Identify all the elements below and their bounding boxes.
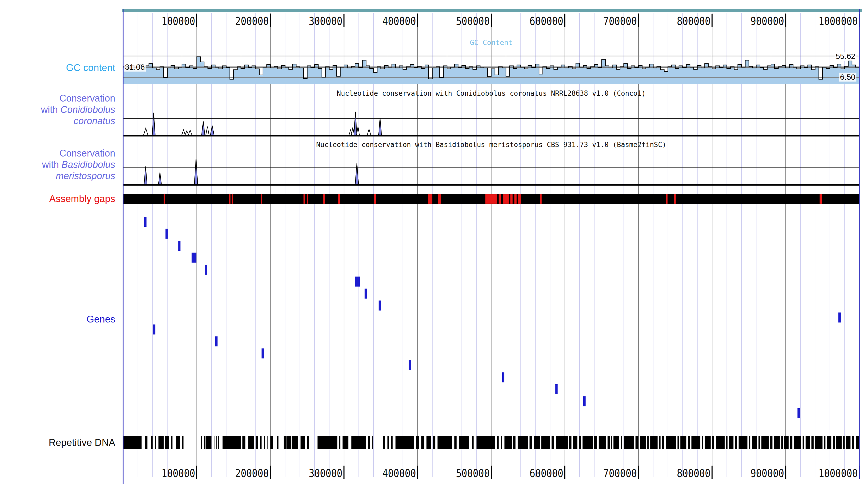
repeat-segment xyxy=(260,436,261,449)
repeat-segment xyxy=(171,436,173,449)
repeat-segment xyxy=(216,436,217,449)
ruler-tick-label: 900000 xyxy=(750,467,784,480)
label-gc-content: GC content xyxy=(0,62,119,73)
gene-box[interactable] xyxy=(144,217,147,227)
ruler-tick xyxy=(638,14,639,27)
repeat-segment xyxy=(383,436,385,449)
ruler-tick xyxy=(785,465,786,479)
repeat-segment xyxy=(158,436,164,449)
assembly-gap xyxy=(515,194,517,204)
gene-box[interactable] xyxy=(178,241,181,251)
label-line: with Conidiobolus xyxy=(0,104,115,115)
repeat-segment xyxy=(611,436,612,449)
repeat-segment xyxy=(836,436,841,449)
repeat-segment xyxy=(123,436,142,449)
repeat-segment xyxy=(518,436,528,449)
repeat-segment xyxy=(573,436,578,449)
repeat-segment xyxy=(691,436,701,449)
ruler-tick xyxy=(417,465,418,479)
gene-box[interactable] xyxy=(798,408,800,418)
repeat-segment xyxy=(843,436,845,449)
repeat-segment xyxy=(856,436,859,449)
assembly-gap xyxy=(540,194,542,204)
ruler-tick-label: 200000 xyxy=(235,15,269,28)
conservation_conco1-peak xyxy=(354,112,357,135)
repeat-segment xyxy=(624,436,634,449)
repeat-segment xyxy=(739,436,747,449)
label-line: with Basidiobolus xyxy=(0,159,115,170)
gene-box[interactable] xyxy=(555,384,558,394)
conservation2-track-title: Nucleotide conservation with Basidiobolu… xyxy=(123,141,859,149)
assembly-gap xyxy=(518,194,521,204)
ruler-tick-label: 700000 xyxy=(603,467,637,480)
ruler-tick xyxy=(491,14,492,27)
repeat-segment xyxy=(529,436,531,449)
label-line: Conservation xyxy=(0,93,115,104)
repeat-segment xyxy=(811,436,813,449)
repeat-segment xyxy=(223,436,241,449)
gc-max-value: 55.62 xyxy=(835,52,857,61)
repeat-segment xyxy=(666,436,676,449)
repeat-segment xyxy=(284,436,286,449)
assembly-gap xyxy=(164,194,165,204)
conservation_conco1-peak xyxy=(202,121,205,135)
repeat-segment xyxy=(594,436,597,449)
repeat-segment xyxy=(182,436,184,449)
repeat-segment xyxy=(504,436,512,449)
repeat-segment xyxy=(416,436,419,449)
assembly-gap xyxy=(674,194,676,204)
ruler-tick xyxy=(417,14,418,27)
repeat-segment xyxy=(267,436,268,449)
gc-track-title: GC Content xyxy=(123,38,859,46)
repeat-segment xyxy=(735,436,737,449)
gene-box[interactable] xyxy=(502,372,504,383)
gene-box[interactable] xyxy=(583,396,586,406)
ruler-tick xyxy=(711,465,713,479)
gene-box[interactable] xyxy=(365,289,367,299)
genome-browser-figure: 1000002000003000004000005000006000007000… xyxy=(0,0,868,489)
conservation_basme2-peak xyxy=(194,159,198,185)
gc-min-value: 6.50 xyxy=(839,73,857,82)
repeat-segment xyxy=(292,436,298,449)
label-genes: Genes xyxy=(0,314,119,325)
gene-box[interactable] xyxy=(191,253,196,263)
gene-box[interactable] xyxy=(838,313,841,323)
repeat-segment xyxy=(427,436,431,449)
repeat-segment xyxy=(242,436,245,449)
repeat-segment xyxy=(387,436,389,449)
gene-box[interactable] xyxy=(379,301,381,311)
repeat-segment xyxy=(827,436,831,449)
gene-box[interactable] xyxy=(215,336,218,347)
gene-box[interactable] xyxy=(165,229,168,239)
conservation1-track-title: Nucleotide conservation with Conidiobolu… xyxy=(123,90,859,97)
repeat-segment xyxy=(608,436,610,449)
ruler-tick-label: 800000 xyxy=(677,15,710,28)
gene-box[interactable] xyxy=(153,325,155,335)
assembly-gap xyxy=(261,194,262,204)
repeat-segment xyxy=(613,436,619,449)
repeat-segment xyxy=(472,436,474,449)
panel-right-border xyxy=(859,9,860,479)
gene-box[interactable] xyxy=(205,265,207,274)
repeat-segment xyxy=(271,436,273,449)
repeat-segment xyxy=(569,436,571,449)
gene-box[interactable] xyxy=(261,349,264,359)
repeat-segment xyxy=(534,436,540,449)
repeat-segment xyxy=(438,436,452,449)
repeat-segment xyxy=(784,436,789,449)
ruler-tick xyxy=(564,14,565,27)
repeat-segment xyxy=(513,436,516,449)
conservation_conco1-peak xyxy=(356,127,360,135)
repeat-segment xyxy=(650,436,657,449)
repeat-segment xyxy=(762,436,769,449)
repeat-segment xyxy=(599,436,606,449)
gene-box[interactable] xyxy=(355,277,360,287)
gene-box[interactable] xyxy=(409,360,411,370)
repeat-segment xyxy=(678,436,679,449)
label-assembly-gaps: Assembly gaps xyxy=(0,193,119,204)
conservation_conco1-peak xyxy=(211,126,214,135)
assembly-gap xyxy=(374,194,376,204)
label-conservation-basme2: Conservation with Basidiobolus meristosp… xyxy=(0,148,119,182)
ruler-tick xyxy=(196,14,197,27)
ruler-tick xyxy=(711,14,713,27)
